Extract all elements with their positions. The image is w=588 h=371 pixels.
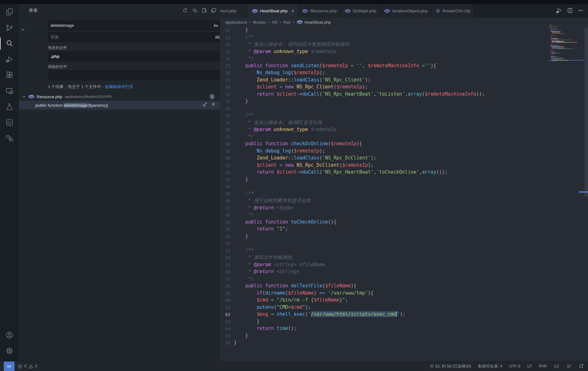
breadcrumb-item-Models[interactable]: Models bbox=[253, 20, 266, 25]
tab-Resource.php[interactable]: phpResource.php bbox=[298, 4, 341, 18]
refresh-icon[interactable] bbox=[183, 8, 188, 13]
code-line-42[interactable]: 42 return $client->doCall('NS_Rpc_HeartB… bbox=[220, 169, 549, 176]
code-line-47[interactable]: 47 * @return <type> bbox=[220, 204, 549, 212]
activity-remote-explorer-icon[interactable] bbox=[0, 83, 19, 99]
language-mode-status[interactable]: PHP bbox=[539, 364, 547, 368]
code-line-28[interactable]: 28 Ns_debug_log($remoteIp); bbox=[220, 69, 549, 76]
code-line-51[interactable]: 51 } bbox=[220, 233, 549, 240]
code-line-55[interactable]: 55 * @param <string> $fileName bbox=[220, 261, 549, 268]
code-line-40[interactable]: 40 Zend_Loader::loadClass('NS_Rpc_DcClie… bbox=[220, 154, 549, 162]
code-line-32[interactable]: 32 } bbox=[220, 98, 549, 105]
tab-RouterCfm.cfg[interactable]: RouterCfm.cfg bbox=[432, 4, 474, 18]
copilot-icon[interactable] bbox=[554, 364, 559, 369]
code-line-35[interactable]: 35 * 发送心跳命令, 检测DC是否在线 bbox=[220, 119, 549, 126]
code-line-53[interactable]: 53 /** bbox=[220, 247, 549, 254]
code-editor[interactable]: 22 }23 /**24 * 发送心跳命令, 得到回应并更新相应的机器码25 *… bbox=[220, 27, 549, 361]
code-line-38[interactable]: 38 public function checkDcOnline($remote… bbox=[220, 140, 549, 147]
tab-DcWget.php[interactable]: phpDcWget.php bbox=[341, 4, 380, 18]
minimap[interactable] bbox=[549, 25, 585, 361]
code-line-61[interactable]: 61 putenv("CMD=$cmd"); bbox=[220, 304, 549, 311]
code-line-52[interactable]: 52 bbox=[220, 240, 549, 247]
breadcrumb-item-Rpc[interactable]: Rpc bbox=[283, 20, 291, 25]
eol-status[interactable]: LF bbox=[527, 364, 532, 368]
preserve-case-toggle[interactable]: AB bbox=[215, 35, 220, 39]
dismiss-match-icon[interactable] bbox=[211, 102, 216, 108]
match-case-toggle[interactable]: Aa bbox=[214, 23, 218, 28]
code-line-46[interactable]: 46 * 用于远程判断本机是否在线 bbox=[220, 197, 549, 204]
toggle-replace-chevron-icon[interactable] bbox=[21, 27, 25, 33]
encoding-status[interactable]: UTF-8 bbox=[509, 364, 520, 368]
code-line-45[interactable]: 45 /** bbox=[220, 190, 549, 197]
tab-direct.php[interactable]: direct.php bbox=[220, 4, 248, 18]
breadcrumb-item-applications[interactable]: applications bbox=[225, 20, 247, 25]
replace-input[interactable]: 替换 AB bbox=[48, 32, 222, 42]
code-line-48[interactable]: 48 */ bbox=[220, 211, 549, 218]
run-debug-icon[interactable] bbox=[556, 7, 562, 15]
code-line-37[interactable]: 37 */ bbox=[220, 133, 549, 141]
code-line-65[interactable]: 65 } bbox=[220, 332, 549, 339]
code-line-64[interactable]: 64 return time(); bbox=[220, 325, 549, 332]
feedback-icon[interactable] bbox=[566, 364, 572, 369]
code-line-62[interactable]: 62 $msg = shell_exec('/var/www/html/scri… bbox=[220, 311, 549, 318]
code-line-50[interactable]: 50 return "1"; bbox=[220, 225, 549, 233]
activity-settings-icon[interactable] bbox=[0, 343, 19, 359]
code-line-54[interactable]: 54 * 测试文件传输用的, bbox=[220, 254, 549, 261]
code-line-33[interactable]: 33 bbox=[220, 105, 549, 112]
code-line-41[interactable]: 41 $client = new NS_Rpc_DcClient($remote… bbox=[220, 162, 549, 169]
new-search-editor-icon[interactable] bbox=[202, 8, 207, 13]
files-include-input[interactable]: .php bbox=[48, 51, 236, 62]
code-line-58[interactable]: 58 public function delTestFile($fileName… bbox=[220, 282, 549, 290]
breadcrumb-item-NS[interactable]: NS bbox=[272, 20, 277, 25]
code-line-56[interactable]: 56 * @return <string> bbox=[220, 268, 549, 275]
collapse-all-icon[interactable] bbox=[211, 8, 216, 13]
notifications-bell-icon[interactable] bbox=[579, 364, 584, 369]
code-line-49[interactable]: 49 public function toCheckOnline(){ bbox=[220, 218, 549, 226]
activity-explorer-icon[interactable] bbox=[0, 4, 19, 20]
code-line-36[interactable]: 36 * @param unknown_type $remoteIp bbox=[220, 126, 549, 133]
code-line-43[interactable]: 43 } bbox=[220, 176, 549, 183]
more-actions-icon[interactable] bbox=[578, 8, 584, 15]
problems-status[interactable]: 0 0 bbox=[18, 364, 37, 369]
activity-extensions-icon[interactable] bbox=[0, 67, 19, 83]
activity-search-icon[interactable] bbox=[0, 36, 19, 51]
code-line-34[interactable]: 34 /** bbox=[220, 112, 549, 119]
remote-indicator[interactable] bbox=[4, 362, 15, 371]
code-line-24[interactable]: 24 * 发送心跳命令, 得到回应并更新相应的机器码 bbox=[220, 41, 549, 48]
activity-pipeline-icon[interactable] bbox=[0, 130, 19, 146]
clear-results-icon[interactable] bbox=[192, 8, 197, 13]
code-line-31[interactable]: 31 return $client->doCall('NS_Rpc_HeartB… bbox=[220, 91, 549, 98]
activity-source-control-icon[interactable] bbox=[0, 20, 19, 36]
code-line-22[interactable]: 22 } bbox=[220, 27, 549, 34]
replace-match-icon[interactable] bbox=[202, 102, 207, 108]
code-line-26[interactable]: 26 */ bbox=[220, 55, 549, 62]
code-line-63[interactable]: 63 } bbox=[220, 318, 549, 325]
search-result-file-row[interactable]: php Resource.php applications/Models/SSL… bbox=[19, 93, 220, 101]
indentation-status[interactable]: 制表符长度: 4 bbox=[478, 364, 502, 369]
activity-run-debug-icon[interactable] bbox=[0, 51, 19, 67]
files-exclude-input[interactable] bbox=[48, 70, 236, 81]
chevron-down-icon[interactable] bbox=[22, 95, 26, 99]
code-line-60[interactable]: 60 $cmd = "/bin/rm -f {$fileName}"; bbox=[220, 296, 549, 304]
scrollbar-slider[interactable] bbox=[585, 28, 588, 197]
code-line-25[interactable]: 25 * @param unknown_type $remoteIp bbox=[220, 48, 549, 55]
open-in-editor-link[interactable]: 在编辑器中打开 bbox=[105, 84, 134, 89]
code-line-57[interactable]: 57 */ bbox=[220, 275, 549, 283]
split-editor-icon[interactable] bbox=[567, 8, 573, 15]
code-line-29[interactable]: 29 Zend_Loader::loadClass('NS_Rpc_Client… bbox=[220, 76, 549, 84]
code-line-23[interactable]: 23 /** bbox=[220, 34, 549, 41]
activity-testing-icon[interactable] bbox=[0, 99, 19, 115]
code-line-30[interactable]: 30 $client = new NS_Rpc_Client($remoteIp… bbox=[220, 83, 549, 91]
activity-codeql-icon[interactable]: QL bbox=[0, 115, 19, 130]
activity-account-icon[interactable] bbox=[0, 327, 19, 343]
tab-HeartBeat.php[interactable]: phpHeartBeat.php× bbox=[248, 4, 298, 18]
search-input[interactable]: deleteImage Aa ab .* bbox=[48, 20, 236, 31]
search-match-row[interactable]: public function deleteImage($params){ bbox=[19, 101, 220, 110]
code-line-44[interactable]: 44 bbox=[220, 183, 549, 190]
tab-locationObject.php[interactable]: phplocationObject.php bbox=[380, 4, 432, 18]
code-line-66[interactable]: 66} bbox=[220, 339, 549, 346]
code-line-27[interactable]: 27 public function sendListen($remoteIp … bbox=[220, 62, 549, 69]
cursor-position-status[interactable]: 行 62, 列 58 (已选择30) bbox=[430, 364, 471, 369]
breadcrumb-file[interactable]: phpHeartBeat.php bbox=[297, 20, 331, 25]
close-tab-icon[interactable]: × bbox=[291, 8, 294, 14]
code-line-39[interactable]: 39 Ns_debug_log($remoteIp); bbox=[220, 147, 549, 155]
